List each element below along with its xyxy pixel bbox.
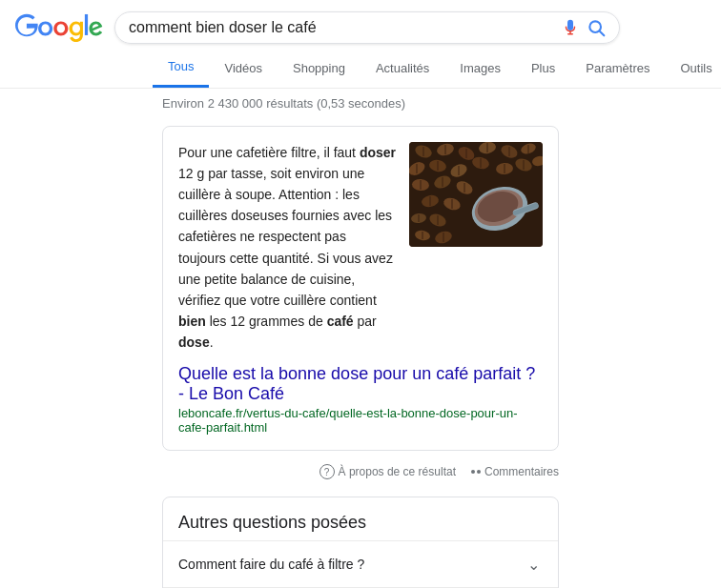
comments-button[interactable]: Commentaires <box>471 465 559 478</box>
paa-header: Autres questions posées <box>163 497 558 540</box>
paa-section: Autres questions posées Comment faire du… <box>162 497 559 588</box>
navigation: Tous Vidéos Shopping Actualités Images P… <box>0 48 721 89</box>
attribution-row: ? À propos de ce résultat Commentaires <box>0 458 721 485</box>
result-link-block: Quelle est la bonne dose pour un café pa… <box>178 364 543 435</box>
info-icon: ? <box>319 464 335 479</box>
paa-item-0[interactable]: Comment faire du café à filtre ? ⌄ <box>163 540 558 587</box>
chevron-down-icon-0: ⌄ <box>524 555 543 574</box>
nav-item-images[interactable]: Images <box>444 50 516 87</box>
featured-snippet-text: Pour une cafetière filtre, il faut doser… <box>178 142 396 353</box>
coffee-image <box>409 142 543 247</box>
featured-snippet: Pour une cafetière filtre, il faut doser… <box>162 126 559 451</box>
svg-line-1 <box>600 31 605 36</box>
nav-item-shopping[interactable]: Shopping <box>278 50 360 87</box>
nav-item-plus[interactable]: Plus <box>516 50 570 87</box>
search-bar[interactable]: comment bien doser le café <box>114 11 620 44</box>
nav-item-videos[interactable]: Vidéos <box>209 50 278 87</box>
paa-item-label-0: Comment faire du café à filtre ? <box>178 557 364 572</box>
search-button[interactable] <box>587 18 606 37</box>
mic-icon[interactable] <box>562 19 579 36</box>
search-input[interactable]: comment bien doser le café <box>129 19 554 36</box>
nav-item-actualites[interactable]: Actualités <box>360 50 444 87</box>
about-result-button[interactable]: ? À propos de ce résultat <box>319 464 456 479</box>
result-url: leboncafe.fr/vertus-du-cafe/quelle-est-l… <box>178 406 543 435</box>
nav-item-outils[interactable]: Outils <box>665 50 721 87</box>
comments-label: Commentaires <box>484 465 559 478</box>
google-logo <box>15 12 103 44</box>
about-result-label: À propos de ce résultat <box>339 465 456 478</box>
nav-item-tous[interactable]: Tous <box>153 48 209 88</box>
header: comment bien doser le café <box>0 0 721 44</box>
nav-item-parametres[interactable]: Paramètres <box>570 50 665 87</box>
comments-icon <box>471 470 481 474</box>
result-link-title[interactable]: Quelle est la bonne dose pour un café pa… <box>178 364 535 403</box>
result-count: Environ 2 430 000 résultats (0,53 second… <box>0 89 721 118</box>
